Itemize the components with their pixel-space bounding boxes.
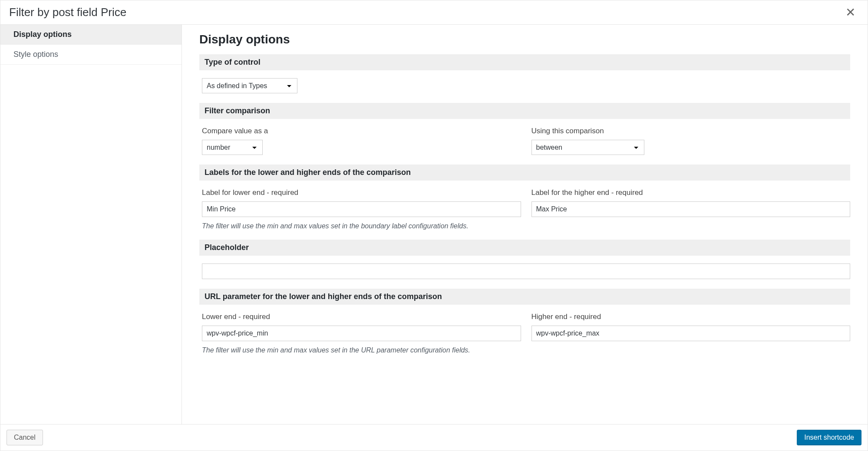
section-header-type-of-control: Type of control: [199, 54, 850, 70]
type-of-control-select[interactable]: As defined in Types: [202, 78, 297, 93]
label-lower-end-label: Label for lower end - required: [202, 188, 521, 197]
section-header-url-params: URL parameter for the lower and higher e…: [199, 289, 850, 305]
sidebar-item-display-options[interactable]: Display options: [0, 25, 182, 45]
compare-value-select[interactable]: number: [202, 140, 263, 155]
using-comparison-select[interactable]: between: [531, 140, 644, 155]
modal-body: Display options Style options Display op…: [0, 25, 868, 424]
filter-modal: Filter by post field Price ✕ Display opt…: [0, 0, 868, 451]
label-lower-end-input[interactable]: [202, 201, 521, 217]
section-body-labels: Label for lower end - required Label for…: [199, 188, 850, 240]
sidebar-item-style-options[interactable]: Style options: [0, 45, 182, 65]
content-title: Display options: [199, 33, 850, 46]
section-header-placeholder: Placeholder: [199, 240, 850, 256]
sidebar-item-label: Display options: [13, 30, 72, 39]
section-body-url-params: Lower end - required Higher end - requir…: [199, 313, 850, 364]
section-header-filter-comparison: Filter comparison: [199, 103, 850, 119]
label-higher-end-input[interactable]: [531, 201, 851, 217]
placeholder-input[interactable]: [202, 263, 850, 279]
insert-shortcode-button[interactable]: Insert shortcode: [797, 430, 861, 445]
modal-title: Filter by post field Price: [9, 6, 126, 19]
section-header-labels: Labels for the lower and higher ends of …: [199, 165, 850, 181]
compare-value-label: Compare value as a: [202, 127, 521, 135]
close-icon[interactable]: ✕: [842, 7, 859, 19]
url-higher-end-input[interactable]: [531, 326, 851, 341]
section-body-type-of-control: As defined in Types: [199, 78, 850, 103]
label-higher-end-label: Label for the higher end - required: [531, 188, 851, 197]
modal-header: Filter by post field Price ✕: [0, 0, 868, 25]
url-params-hint: The filter will use the min and max valu…: [202, 346, 850, 354]
modal-footer: Cancel Insert shortcode: [0, 424, 868, 451]
sidebar-item-label: Style options: [13, 50, 58, 59]
cancel-button[interactable]: Cancel: [7, 430, 43, 445]
url-lower-end-label: Lower end - required: [202, 313, 521, 321]
labels-hint: The filter will use the min and max valu…: [202, 222, 850, 230]
url-lower-end-input[interactable]: [202, 326, 521, 341]
using-comparison-label: Using this comparison: [531, 127, 851, 135]
sidebar: Display options Style options: [0, 25, 182, 424]
section-body-filter-comparison: Compare value as a number Using this com…: [199, 127, 850, 165]
url-higher-end-label: Higher end - required: [531, 313, 851, 321]
section-body-placeholder: [199, 263, 850, 289]
content-panel: Display options Type of control As defin…: [182, 25, 868, 424]
